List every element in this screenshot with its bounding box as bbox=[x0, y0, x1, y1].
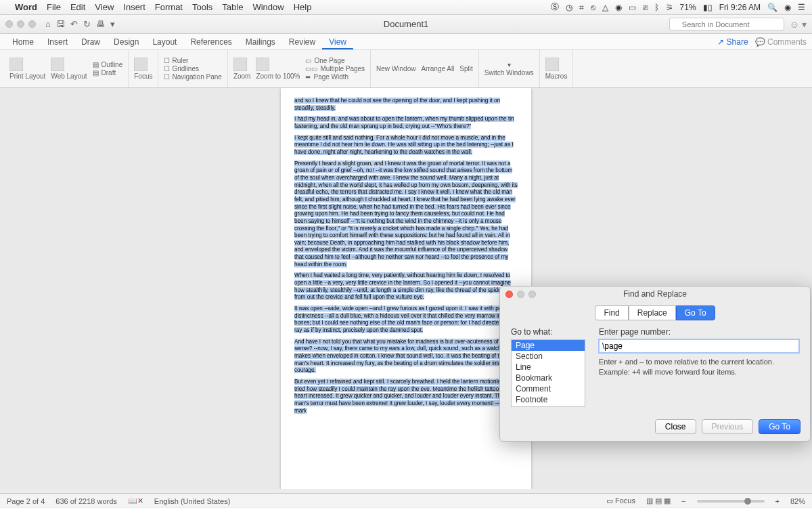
zoom-out-icon[interactable]: − bbox=[681, 497, 685, 505]
print-layout-button[interactable]: Print Layout bbox=[9, 58, 45, 80]
multiple-pages-button[interactable]: ▭▭ Multiple Pages bbox=[305, 65, 365, 72]
status-icon[interactable]: ▭ bbox=[629, 3, 636, 12]
document-paragraph[interactable]: I kept quite still and said nothing. For… bbox=[294, 135, 518, 156]
tab-insert[interactable]: Insert bbox=[41, 35, 74, 49]
tab-mailings[interactable]: Mailings bbox=[239, 35, 282, 49]
document-paragraph[interactable]: Presently I heard a slight groan, and I … bbox=[294, 161, 518, 269]
search-in-document-input[interactable] bbox=[669, 18, 784, 30]
tab-home[interactable]: Home bbox=[5, 35, 41, 49]
document-paragraph[interactable]: And have I not told you that what you mi… bbox=[294, 339, 518, 375]
word-count[interactable]: 636 of 2218 words bbox=[55, 497, 117, 505]
goto-item[interactable]: Footnote bbox=[512, 394, 585, 405]
zoom-icon[interactable] bbox=[528, 291, 536, 298]
goto-item[interactable]: Line bbox=[512, 362, 585, 373]
menu-tools[interactable]: Tools bbox=[192, 2, 212, 12]
tab-draw[interactable]: Draw bbox=[74, 35, 107, 49]
zoom-100-button[interactable]: Zoom to 100% bbox=[256, 58, 300, 80]
feedback-icon[interactable]: ☺ ▾ bbox=[790, 19, 807, 30]
app-name[interactable]: Word bbox=[15, 2, 37, 12]
focus-mode-button[interactable]: ▭ Focus bbox=[606, 496, 635, 505]
split-button[interactable]: Split bbox=[459, 65, 472, 72]
view-buttons[interactable]: ▥ ▤ ▦ bbox=[646, 496, 671, 505]
clock[interactable]: Fri 9:26 AM bbox=[719, 3, 761, 12]
spotlight-icon[interactable]: 🔍 bbox=[767, 3, 777, 12]
web-layout-button[interactable]: Web Layout bbox=[51, 58, 87, 80]
tab-view[interactable]: View bbox=[322, 35, 353, 49]
document-page[interactable]: and so I knew that he could not see the … bbox=[281, 88, 531, 489]
page-indicator[interactable]: Page 2 of 4 bbox=[7, 497, 45, 505]
document-paragraph[interactable]: But even yet I refrained and kept still.… bbox=[294, 379, 518, 415]
goto-item[interactable]: Bookmark bbox=[512, 373, 585, 383]
goto-button[interactable]: Go To bbox=[759, 419, 800, 434]
dropdown-icon[interactable]: ▾ bbox=[110, 19, 115, 29]
tab-review[interactable]: Review bbox=[282, 35, 322, 49]
status-icon[interactable]: Ⓢ bbox=[551, 1, 559, 13]
share-button[interactable]: ↗ Share bbox=[717, 37, 748, 47]
new-window-button[interactable]: New Window bbox=[376, 65, 415, 72]
notification-icon[interactable]: ☰ bbox=[798, 3, 805, 12]
bluetooth-icon[interactable]: ᛒ bbox=[654, 3, 659, 12]
zoom-slider[interactable] bbox=[697, 500, 765, 503]
comments-button[interactable]: 💬 Comments bbox=[755, 37, 807, 47]
one-page-button[interactable]: ▭ One Page bbox=[305, 57, 365, 64]
navigation-pane-checkbox[interactable]: Navigation Pane bbox=[164, 73, 221, 81]
goto-item[interactable]: Page bbox=[512, 340, 585, 351]
close-icon[interactable] bbox=[505, 291, 513, 298]
document-paragraph[interactable]: and so I knew that he could not see the … bbox=[294, 98, 518, 112]
save-icon[interactable]: 🖫 bbox=[56, 19, 65, 29]
tab-layout[interactable]: Layout bbox=[145, 35, 183, 49]
zoom-window-icon[interactable] bbox=[28, 20, 36, 28]
goto-item[interactable]: Comment bbox=[512, 383, 585, 394]
close-button[interactable]: Close bbox=[655, 419, 696, 434]
tab-design[interactable]: Design bbox=[107, 35, 145, 49]
gridlines-checkbox[interactable]: Gridlines bbox=[164, 65, 221, 72]
menu-view[interactable]: View bbox=[95, 2, 114, 12]
redo-icon[interactable]: ↻ bbox=[83, 19, 91, 29]
zoom-in-icon[interactable]: + bbox=[775, 497, 780, 505]
minimize-window-icon[interactable] bbox=[17, 20, 24, 28]
menu-insert[interactable]: Insert bbox=[123, 2, 145, 12]
dropbox-icon[interactable]: ⌗ bbox=[579, 3, 584, 12]
tab-find[interactable]: Find bbox=[595, 305, 628, 320]
undo-icon[interactable]: ↶ bbox=[70, 19, 78, 29]
arrange-all-button[interactable]: Arrange All bbox=[421, 65, 454, 72]
zoom-percent[interactable]: 82% bbox=[790, 497, 805, 505]
menu-help[interactable]: Help bbox=[294, 2, 312, 12]
status-icon[interactable]: ◷ bbox=[566, 3, 572, 12]
document-paragraph[interactable]: It was open --wide, wide open --and I gr… bbox=[294, 305, 518, 335]
home-icon[interactable]: ⌂ bbox=[45, 19, 51, 29]
goto-item[interactable]: Endnote bbox=[512, 405, 585, 407]
language-indicator[interactable]: English (United States) bbox=[154, 497, 231, 505]
goto-what-listbox[interactable]: PageSectionLineBookmarkCommentFootnoteEn… bbox=[511, 339, 585, 407]
tab-references[interactable]: References bbox=[183, 35, 238, 49]
document-paragraph[interactable]: I had my head in, and was about to open … bbox=[294, 116, 518, 130]
spellcheck-icon[interactable]: 📖✕ bbox=[128, 496, 143, 505]
status-icon[interactable]: ◉ bbox=[615, 3, 622, 12]
wifi-icon[interactable]: ⚞ bbox=[666, 3, 673, 12]
ruler-checkbox[interactable]: Ruler bbox=[164, 57, 221, 64]
menu-file[interactable]: File bbox=[47, 2, 61, 12]
tab-replace[interactable]: Replace bbox=[629, 305, 676, 320]
menu-format[interactable]: Format bbox=[155, 2, 183, 12]
menu-window[interactable]: Window bbox=[252, 2, 284, 12]
battery-icon[interactable]: ▮▯ bbox=[703, 3, 713, 12]
status-icon[interactable]: ⎋ bbox=[591, 3, 595, 12]
screen-icon[interactable]: ⎚ bbox=[643, 3, 648, 12]
previous-button[interactable]: Previous bbox=[702, 419, 754, 434]
focus-button[interactable]: Focus bbox=[134, 58, 152, 80]
menu-table[interactable]: Table bbox=[222, 2, 243, 12]
outline-button[interactable]: ▤ Outline bbox=[93, 61, 123, 68]
battery-percent[interactable]: 71% bbox=[680, 3, 696, 12]
menu-edit[interactable]: Edit bbox=[70, 2, 85, 12]
switch-windows-button[interactable]: ▾Switch Windows bbox=[484, 61, 534, 77]
close-window-icon[interactable] bbox=[5, 20, 13, 28]
minimize-icon[interactable] bbox=[517, 291, 524, 298]
print-icon[interactable]: 🖶 bbox=[96, 19, 105, 29]
siri-icon[interactable]: ◉ bbox=[784, 3, 791, 12]
draft-button[interactable]: ▤ Draft bbox=[93, 69, 123, 77]
document-paragraph[interactable]: When I had waited a long time, very pati… bbox=[294, 272, 518, 301]
macros-button[interactable]: Macros bbox=[545, 58, 568, 80]
enter-page-input[interactable] bbox=[599, 339, 799, 353]
zoom-button[interactable]: Zoom bbox=[233, 58, 251, 80]
goto-item[interactable]: Section bbox=[512, 351, 585, 362]
